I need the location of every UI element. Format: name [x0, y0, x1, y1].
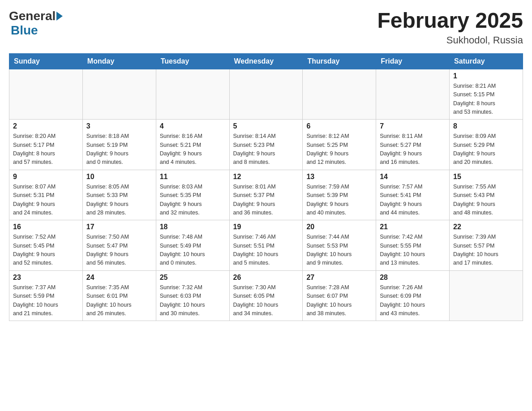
day-number: 13 — [306, 173, 372, 181]
weekday-header-monday: Monday — [82, 53, 156, 69]
day-number: 14 — [380, 173, 446, 181]
calendar-cell: 2Sunrise: 8:20 AM Sunset: 5:17 PM Daylig… — [9, 120, 83, 170]
calendar-cell: 23Sunrise: 7:37 AM Sunset: 5:59 PM Dayli… — [9, 270, 83, 321]
day-info: Sunrise: 7:59 AM Sunset: 5:39 PM Dayligh… — [306, 183, 372, 218]
calendar-week-row: 9Sunrise: 8:07 AM Sunset: 5:31 PM Daylig… — [9, 170, 523, 220]
logo-blue-text: Blue — [11, 23, 38, 38]
calendar-cell: 25Sunrise: 7:32 AM Sunset: 6:03 PM Dayli… — [156, 270, 229, 321]
calendar-cell: 9Sunrise: 8:07 AM Sunset: 5:31 PM Daylig… — [9, 170, 83, 220]
day-info: Sunrise: 8:21 AM Sunset: 5:15 PM Dayligh… — [453, 82, 519, 117]
calendar-cell — [82, 69, 156, 120]
logo: General Blue — [9, 9, 64, 38]
day-info: Sunrise: 8:14 AM Sunset: 5:23 PM Dayligh… — [233, 132, 299, 167]
day-info: Sunrise: 7:39 AM Sunset: 5:57 PM Dayligh… — [453, 233, 519, 268]
calendar-cell: 8Sunrise: 8:09 AM Sunset: 5:29 PM Daylig… — [450, 120, 523, 170]
day-info: Sunrise: 7:37 AM Sunset: 5:59 PM Dayligh… — [13, 283, 79, 318]
calendar-cell: 3Sunrise: 8:18 AM Sunset: 5:19 PM Daylig… — [82, 120, 156, 170]
day-info: Sunrise: 8:05 AM Sunset: 5:33 PM Dayligh… — [86, 183, 152, 218]
calendar-cell — [229, 69, 303, 120]
day-number: 10 — [86, 173, 152, 181]
day-info: Sunrise: 7:48 AM Sunset: 5:49 PM Dayligh… — [160, 233, 226, 268]
day-number: 6 — [306, 122, 372, 130]
subtitle: Sukhodol, Russia — [377, 34, 523, 46]
title-area: February 2025 Sukhodol, Russia — [377, 9, 523, 46]
calendar-cell — [9, 69, 83, 120]
calendar-week-row: 16Sunrise: 7:52 AM Sunset: 5:45 PM Dayli… — [9, 220, 523, 271]
day-info: Sunrise: 8:16 AM Sunset: 5:21 PM Dayligh… — [160, 132, 226, 167]
calendar-cell: 11Sunrise: 8:03 AM Sunset: 5:35 PM Dayli… — [156, 170, 229, 220]
calendar-cell: 18Sunrise: 7:48 AM Sunset: 5:49 PM Dayli… — [156, 220, 229, 271]
day-number: 28 — [380, 274, 446, 282]
day-number: 2 — [13, 122, 79, 130]
day-info: Sunrise: 7:28 AM Sunset: 6:07 PM Dayligh… — [306, 283, 372, 318]
day-info: Sunrise: 7:26 AM Sunset: 6:09 PM Dayligh… — [380, 283, 446, 318]
calendar-cell: 14Sunrise: 7:57 AM Sunset: 5:41 PM Dayli… — [376, 170, 450, 220]
calendar-cell: 16Sunrise: 7:52 AM Sunset: 5:45 PM Dayli… — [9, 220, 83, 271]
calendar-week-row: 23Sunrise: 7:37 AM Sunset: 5:59 PM Dayli… — [9, 270, 523, 321]
day-number: 7 — [380, 122, 446, 130]
day-info: Sunrise: 7:32 AM Sunset: 6:03 PM Dayligh… — [160, 283, 226, 318]
day-number: 18 — [160, 223, 226, 231]
calendar-cell: 10Sunrise: 8:05 AM Sunset: 5:33 PM Dayli… — [82, 170, 156, 220]
calendar-cell: 1Sunrise: 8:21 AM Sunset: 5:15 PM Daylig… — [450, 69, 523, 120]
page-header: General Blue February 2025 Sukhodol, Rus… — [9, 9, 523, 46]
calendar-cell — [376, 69, 450, 120]
day-number: 16 — [13, 223, 79, 231]
logo-general-text: General — [9, 9, 56, 23]
day-number: 27 — [306, 274, 372, 282]
day-info: Sunrise: 7:44 AM Sunset: 5:53 PM Dayligh… — [306, 233, 372, 268]
calendar-cell: 15Sunrise: 7:55 AM Sunset: 5:43 PM Dayli… — [450, 170, 523, 220]
logo-triangle-icon — [56, 12, 63, 21]
day-number: 25 — [160, 274, 226, 282]
day-info: Sunrise: 8:03 AM Sunset: 5:35 PM Dayligh… — [160, 183, 226, 218]
weekday-header-tuesday: Tuesday — [156, 53, 229, 69]
calendar-cell: 19Sunrise: 7:46 AM Sunset: 5:51 PM Dayli… — [229, 220, 303, 271]
calendar-cell — [156, 69, 229, 120]
weekday-header-friday: Friday — [376, 53, 450, 69]
calendar-cell — [450, 270, 523, 321]
calendar-cell: 12Sunrise: 8:01 AM Sunset: 5:37 PM Dayli… — [229, 170, 303, 220]
calendar-header-row: SundayMondayTuesdayWednesdayThursdayFrid… — [9, 53, 523, 69]
day-info: Sunrise: 8:12 AM Sunset: 5:25 PM Dayligh… — [306, 132, 372, 167]
day-number: 26 — [233, 274, 299, 282]
day-number: 1 — [453, 72, 519, 80]
calendar-week-row: 1Sunrise: 8:21 AM Sunset: 5:15 PM Daylig… — [9, 69, 523, 120]
calendar-cell: 5Sunrise: 8:14 AM Sunset: 5:23 PM Daylig… — [229, 120, 303, 170]
day-number: 12 — [233, 173, 299, 181]
weekday-header-saturday: Saturday — [450, 53, 523, 69]
calendar-cell: 22Sunrise: 7:39 AM Sunset: 5:57 PM Dayli… — [450, 220, 523, 271]
day-info: Sunrise: 7:57 AM Sunset: 5:41 PM Dayligh… — [380, 183, 446, 218]
main-title: February 2025 — [377, 9, 523, 33]
calendar-cell: 21Sunrise: 7:42 AM Sunset: 5:55 PM Dayli… — [376, 220, 450, 271]
day-info: Sunrise: 7:30 AM Sunset: 6:05 PM Dayligh… — [233, 283, 299, 318]
calendar-cell: 20Sunrise: 7:44 AM Sunset: 5:53 PM Dayli… — [303, 220, 376, 271]
weekday-header-thursday: Thursday — [303, 53, 376, 69]
day-info: Sunrise: 7:50 AM Sunset: 5:47 PM Dayligh… — [86, 233, 152, 268]
day-number: 22 — [453, 223, 519, 231]
calendar-table: SundayMondayTuesdayWednesdayThursdayFrid… — [9, 53, 523, 321]
calendar-cell: 13Sunrise: 7:59 AM Sunset: 5:39 PM Dayli… — [303, 170, 376, 220]
calendar-cell: 4Sunrise: 8:16 AM Sunset: 5:21 PM Daylig… — [156, 120, 229, 170]
day-info: Sunrise: 8:09 AM Sunset: 5:29 PM Dayligh… — [453, 132, 519, 167]
calendar-cell: 27Sunrise: 7:28 AM Sunset: 6:07 PM Dayli… — [303, 270, 376, 321]
day-number: 4 — [160, 122, 226, 130]
day-number: 11 — [160, 173, 226, 181]
calendar-cell: 24Sunrise: 7:35 AM Sunset: 6:01 PM Dayli… — [82, 270, 156, 321]
day-number: 24 — [86, 274, 152, 282]
calendar-cell: 6Sunrise: 8:12 AM Sunset: 5:25 PM Daylig… — [303, 120, 376, 170]
day-number: 17 — [86, 223, 152, 231]
day-info: Sunrise: 8:18 AM Sunset: 5:19 PM Dayligh… — [86, 132, 152, 167]
day-info: Sunrise: 7:55 AM Sunset: 5:43 PM Dayligh… — [453, 183, 519, 218]
day-number: 3 — [86, 122, 152, 130]
calendar-cell: 28Sunrise: 7:26 AM Sunset: 6:09 PM Dayli… — [376, 270, 450, 321]
day-info: Sunrise: 7:52 AM Sunset: 5:45 PM Dayligh… — [13, 233, 79, 268]
day-number: 15 — [453, 173, 519, 181]
calendar-cell: 17Sunrise: 7:50 AM Sunset: 5:47 PM Dayli… — [82, 220, 156, 271]
day-number: 9 — [13, 173, 79, 181]
day-number: 19 — [233, 223, 299, 231]
calendar-cell — [303, 69, 376, 120]
day-info: Sunrise: 7:35 AM Sunset: 6:01 PM Dayligh… — [86, 283, 152, 318]
day-info: Sunrise: 8:01 AM Sunset: 5:37 PM Dayligh… — [233, 183, 299, 218]
calendar-cell: 7Sunrise: 8:11 AM Sunset: 5:27 PM Daylig… — [376, 120, 450, 170]
day-number: 23 — [13, 274, 79, 282]
